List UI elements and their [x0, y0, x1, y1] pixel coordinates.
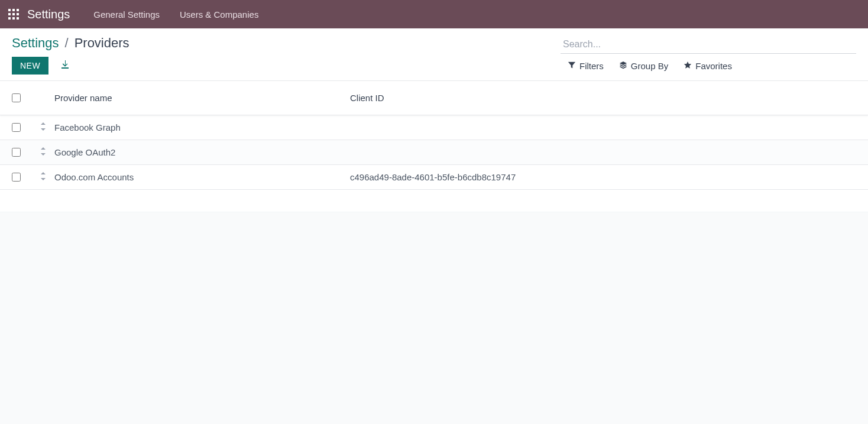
row-checkbox[interactable]: [12, 123, 21, 132]
groupby-label: Group By: [631, 61, 668, 71]
drag-handle-icon[interactable]: [40, 122, 54, 132]
download-icon[interactable]: [60, 60, 70, 72]
svg-rect-1: [12, 9, 15, 11]
favorites-label: Favorites: [695, 61, 732, 71]
cell-provider-name: Facebook Graph: [54, 122, 350, 132]
svg-rect-7: [12, 17, 15, 20]
svg-rect-8: [17, 17, 19, 20]
breadcrumb-sep: /: [65, 35, 69, 51]
table-row[interactable]: Odoo.com Accounts c496ad49-8ade-4601-b5f…: [0, 165, 868, 190]
favorites-dropdown[interactable]: Favorites: [684, 61, 732, 71]
main-menubar: Settings General Settings Users & Compan…: [0, 0, 868, 28]
table-footer-space: [0, 190, 868, 212]
layers-icon: [619, 61, 627, 71]
svg-rect-0: [8, 9, 11, 11]
table-row[interactable]: Google OAuth2: [0, 140, 868, 165]
drag-handle-icon[interactable]: [40, 147, 54, 157]
select-all-checkbox[interactable]: [12, 93, 21, 102]
svg-rect-5: [17, 13, 19, 15]
row-checkbox[interactable]: [12, 173, 21, 182]
menu-users-companies[interactable]: Users & Companies: [171, 9, 267, 20]
svg-rect-2: [17, 9, 19, 11]
col-header-client-id[interactable]: Client ID: [350, 93, 856, 103]
row-checkbox[interactable]: [12, 148, 21, 157]
new-button[interactable]: NEW: [12, 57, 48, 75]
cell-provider-name: Google OAuth2: [54, 147, 350, 157]
breadcrumb-parent[interactable]: Settings: [12, 35, 59, 51]
breadcrumb: Settings / Providers: [12, 35, 129, 51]
filters-label: Filters: [579, 61, 604, 71]
apps-icon[interactable]: [7, 8, 20, 21]
breadcrumb-current: Providers: [75, 35, 129, 51]
cell-client-id: c496ad49-8ade-4601-b5fe-b6cdb8c19747: [350, 172, 856, 182]
control-panel: Settings / Providers NEW Filters Group B…: [0, 28, 868, 81]
col-header-provider-name[interactable]: Provider name: [54, 93, 350, 103]
filter-icon: [568, 61, 576, 71]
app-name[interactable]: Settings: [27, 8, 70, 21]
svg-rect-4: [12, 13, 15, 15]
table-row[interactable]: Facebook Graph: [0, 115, 868, 140]
search-input[interactable]: [561, 35, 856, 54]
providers-table: Provider name Client ID Facebook Graph G…: [0, 81, 868, 190]
menu-general-settings[interactable]: General Settings: [85, 9, 168, 20]
table-header-row: Provider name Client ID: [0, 81, 868, 115]
cell-provider-name: Odoo.com Accounts: [54, 172, 350, 182]
svg-rect-3: [8, 13, 11, 15]
star-icon: [684, 61, 692, 71]
filters-dropdown[interactable]: Filters: [568, 61, 604, 71]
svg-rect-6: [8, 17, 11, 20]
groupby-dropdown[interactable]: Group By: [619, 61, 668, 71]
drag-handle-icon[interactable]: [40, 172, 54, 182]
